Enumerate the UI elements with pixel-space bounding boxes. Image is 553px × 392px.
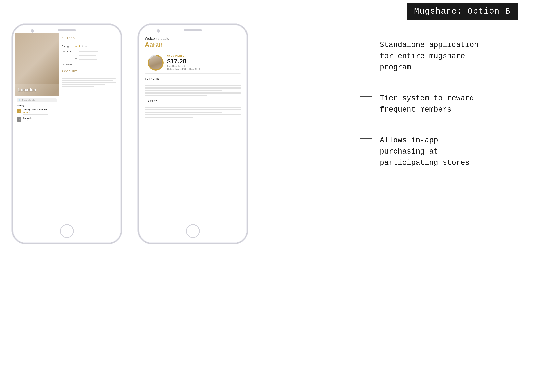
rating-label: Rating bbox=[62, 45, 75, 48]
camera-icon bbox=[31, 29, 34, 33]
home-button-2[interactable] bbox=[186, 224, 200, 238]
search-placeholder: Enter a location bbox=[22, 99, 36, 101]
prox-line-2 bbox=[79, 55, 96, 56]
cafe2-desc-line bbox=[23, 123, 48, 123]
annotation-3-dash bbox=[360, 138, 372, 139]
history-label: HISTORY bbox=[145, 100, 241, 102]
avatar-ring bbox=[148, 55, 164, 71]
prox-row-3[interactable] bbox=[75, 58, 98, 61]
ov-line-5 bbox=[145, 95, 207, 96]
rating-stars[interactable]: ★ ★ ★ ★ bbox=[75, 44, 87, 48]
phone2-bottom bbox=[139, 221, 247, 243]
nearby-label: Nearby bbox=[17, 105, 57, 107]
phone1-top bbox=[13, 25, 121, 33]
annotation-3-text: Allows in-apppurchasing atparticipating … bbox=[380, 135, 469, 168]
cafe1-name: Dancing Goats Coffee Bar bbox=[23, 108, 57, 111]
phone-1: Location 🔍 Enter a location Nearby ☕ Dan… bbox=[12, 24, 122, 244]
history-lines bbox=[145, 107, 241, 118]
welcome-text: Welcome back, bbox=[145, 37, 241, 41]
rating-star-1: ★ bbox=[75, 44, 77, 48]
acct-line-1 bbox=[62, 78, 116, 79]
hi-line-2 bbox=[145, 109, 241, 110]
cafe1-desc-line bbox=[23, 114, 48, 115]
prox-checkbox-2[interactable] bbox=[75, 54, 77, 57]
annotation-2-text: Tier system to rewardfrequent members bbox=[380, 93, 474, 115]
phones-container: Location 🔍 Enter a location Nearby ☕ Dan… bbox=[12, 24, 248, 244]
star2: ★ bbox=[24, 111, 25, 113]
location-label: Location bbox=[18, 87, 36, 92]
search-bar[interactable]: 🔍 Enter a location bbox=[17, 98, 57, 103]
acct-line-5 bbox=[62, 86, 94, 87]
cafe-item-1[interactable]: ☕ Dancing Goats Coffee Bar ★ ★ ★ ★ ★ bbox=[17, 108, 57, 115]
cafe-item-2[interactable]: ☕ Starbucks ★ ★ ★ ★ ★ bbox=[17, 117, 57, 123]
hi-line-1 bbox=[145, 107, 241, 108]
ov-line-2 bbox=[145, 87, 241, 89]
avatar-image bbox=[149, 56, 162, 70]
rating-star-2: ★ bbox=[78, 44, 81, 48]
star3: ★ bbox=[26, 111, 27, 113]
rating-filter-row: Rating ★ ★ ★ ★ bbox=[62, 44, 116, 48]
ov-line-1 bbox=[145, 85, 241, 86]
cafe1-icon: ☕ bbox=[17, 109, 21, 113]
prox-line-3 bbox=[79, 59, 97, 60]
savings-sub1: Saved from 172 visits bbox=[167, 65, 238, 68]
proximity-list bbox=[75, 50, 98, 61]
history-divider bbox=[145, 104, 241, 104]
cafe1-stars: ★ ★ ★ ★ ★ bbox=[23, 111, 57, 113]
ov-line-4 bbox=[145, 92, 241, 94]
star4: ★ bbox=[27, 120, 28, 122]
member-info: GOLD MEMBER $17.20 Saved from 172 visits… bbox=[167, 55, 238, 71]
open-now-checkbox[interactable] bbox=[76, 63, 79, 66]
ov-line-3 bbox=[145, 90, 222, 91]
annotation-2-dash bbox=[360, 96, 372, 97]
user-name: Aaran bbox=[145, 41, 241, 48]
star1: ★ bbox=[23, 120, 24, 122]
search-icon: 🔍 bbox=[19, 99, 21, 101]
home-button-1[interactable] bbox=[60, 224, 74, 238]
annotation-1-text: Standalone applicationfor entire mugshar… bbox=[380, 39, 479, 73]
rating-star-3: ★ bbox=[81, 44, 84, 48]
star4: ★ bbox=[27, 111, 28, 113]
annotation-3: Allows in-apppurchasing atparticipating … bbox=[360, 135, 537, 168]
savings-sub2: On track to save 1420 bottles in 2019 bbox=[167, 68, 238, 71]
cafe2-icon: ☕ bbox=[17, 117, 21, 122]
camera-icon-2 bbox=[157, 29, 160, 33]
annotation-1-dash bbox=[360, 43, 372, 43]
phone2-content: Welcome back, Aaran GOLD MEMBER $17.20 S… bbox=[141, 33, 245, 221]
prox-checkbox-1[interactable] bbox=[75, 50, 77, 53]
cafe2-info: Starbucks ★ ★ ★ ★ ★ bbox=[23, 117, 57, 123]
list-area: 🔍 Enter a location Nearby ☕ Dancing Goat… bbox=[15, 96, 59, 221]
filters-divider bbox=[62, 42, 116, 42]
phone1-bottom bbox=[13, 221, 121, 243]
prox-row-1[interactable] bbox=[75, 50, 98, 53]
hi-line-4 bbox=[145, 114, 241, 115]
phone1-screen: Location 🔍 Enter a location Nearby ☕ Dan… bbox=[15, 33, 119, 221]
hi-line-3 bbox=[145, 112, 222, 113]
prox-row-2[interactable] bbox=[75, 54, 98, 57]
prox-checkbox-3[interactable] bbox=[75, 58, 77, 61]
annotations-container: Standalone applicationfor entire mugshar… bbox=[360, 39, 537, 188]
filters-title: FILTERS bbox=[62, 37, 116, 40]
phone1-content: Location 🔍 Enter a location Nearby ☕ Dan… bbox=[15, 33, 119, 221]
member-card: GOLD MEMBER $17.20 Saved from 172 visits… bbox=[145, 52, 241, 74]
cafe2-name: Starbucks bbox=[23, 117, 57, 119]
star2: ★ bbox=[24, 120, 25, 122]
gold-member-label: GOLD MEMBER bbox=[167, 55, 238, 57]
star5: ★ bbox=[29, 111, 29, 113]
hi-line-5 bbox=[145, 117, 193, 118]
account-section: ACCOUNT bbox=[62, 70, 116, 87]
proximity-filter-row: Proximity bbox=[62, 50, 116, 61]
account-title: ACCOUNT bbox=[62, 70, 116, 73]
annotation-2: Tier system to rewardfrequent members bbox=[360, 93, 537, 115]
open-now-row: Open now bbox=[62, 63, 116, 66]
overview-lines bbox=[145, 85, 241, 96]
speaker-icon bbox=[58, 29, 76, 31]
cafe1-info: Dancing Goats Coffee Bar ★ ★ ★ ★ ★ bbox=[23, 108, 57, 115]
annotation-1: Standalone applicationfor entire mugshar… bbox=[360, 39, 537, 73]
phone-2: Welcome back, Aaran GOLD MEMBER $17.20 S… bbox=[138, 24, 248, 244]
avatar-inner bbox=[149, 56, 162, 70]
open-now-label: Open now bbox=[62, 63, 75, 66]
star5: ★ bbox=[29, 120, 29, 122]
page-title: Mugshare: Option B bbox=[407, 3, 517, 20]
speaker-icon-2 bbox=[184, 29, 202, 31]
